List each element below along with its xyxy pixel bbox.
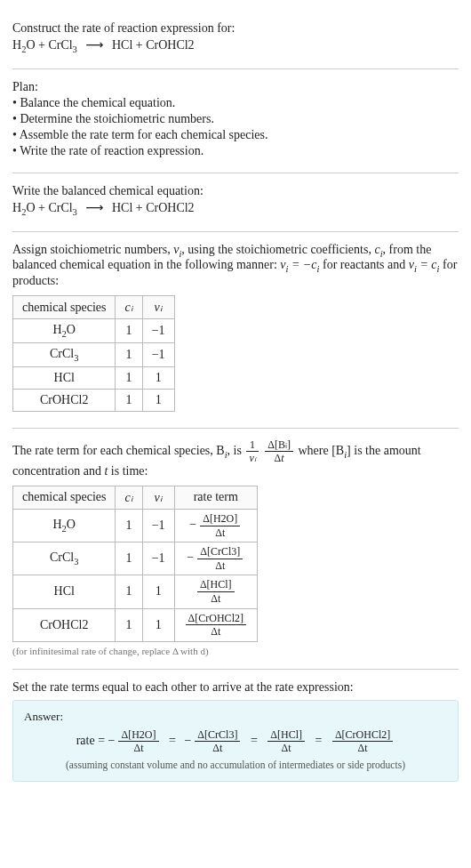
txt: , using the stoichiometric coefficients,: [181, 243, 374, 256]
cell-ci: 1: [116, 389, 142, 411]
minus-sign: −: [108, 734, 116, 747]
numerator: Δ[CrOHCl2]: [186, 613, 246, 626]
cell-nui: −1: [142, 509, 174, 542]
cell-ci: 1: [116, 608, 142, 641]
denominator: Δt: [200, 526, 240, 539]
table-row: CrCl3 1 −1 −Δ[CrCl3]Δt: [13, 542, 258, 575]
numerator: Δ[H2O]: [118, 729, 158, 743]
denominator: Δt: [332, 742, 393, 754]
denominator: Δt: [186, 625, 246, 638]
txt: , is: [228, 444, 245, 457]
equals: =: [169, 734, 179, 747]
col-species: chemical species: [13, 486, 116, 509]
cell-species: HCl: [13, 366, 116, 389]
cell-rateterm: −Δ[CrCl3]Δt: [174, 542, 257, 575]
txt: where [B: [298, 444, 344, 457]
cell-species: HCl: [13, 575, 116, 608]
cell-species: CrOHCl2: [13, 389, 116, 411]
table-header-row: chemical species cᵢ νᵢ rate term: [13, 486, 258, 509]
infinitesimal-note: (for infinitesimal rate of change, repla…: [12, 646, 459, 656]
balanced-equation: H2O + CrCl3 ⟶ HCl + CrOHCl2: [12, 200, 459, 217]
stoich-paragraph: Assign stoichiometric numbers, νi, using…: [12, 243, 459, 289]
numerator: Δ[CrCl3]: [195, 729, 240, 743]
sub: 2: [62, 524, 67, 534]
plan-heading: Plan:: [12, 80, 459, 94]
answer-equation: rate = −Δ[H2O]Δt = −Δ[CrCl3]Δt = Δ[HCl]Δ…: [24, 729, 447, 754]
plan-section: Plan: • Balance the chemical equation. •…: [12, 69, 459, 173]
cell-ci: 1: [116, 509, 142, 542]
cell-rateterm: Δ[CrOHCl2]Δt: [174, 608, 257, 641]
txt: The rate term for each chemical species,…: [12, 444, 225, 457]
cell-rateterm: Δ[HCl]Δt: [174, 575, 257, 608]
table-header-row: chemical species cᵢ νᵢ: [13, 296, 175, 319]
reactant-h2o: H2O + CrCl3: [12, 38, 77, 52]
cell-rateterm: −Δ[H2O]Δt: [174, 509, 257, 542]
cell-species: H2O: [13, 509, 116, 542]
txt: for reactants and: [319, 258, 408, 271]
products: HCl + CrOHCl2: [112, 201, 195, 214]
cell-species: H2O: [13, 319, 116, 343]
cell-species: CrCl3: [13, 342, 116, 366]
cell-nui: −1: [142, 542, 174, 575]
table-row: H2O 1 −1 −Δ[H2O]Δt: [13, 509, 258, 542]
balanced-section: Write the balanced chemical equation: H2…: [12, 173, 459, 231]
cell-ci: 1: [116, 366, 142, 389]
cell-species: CrCl3: [13, 542, 116, 575]
table-row: CrOHCl2 1 1: [13, 389, 175, 411]
cell-nui: 1: [142, 389, 174, 411]
rateterm-section: The rate term for each chemical species,…: [12, 429, 459, 669]
sub: 3: [73, 44, 77, 54]
denominator: Δt: [195, 742, 240, 754]
numerator: Δ[H2O]: [200, 513, 240, 526]
minus-sign: −: [187, 551, 194, 564]
denominator: Δt: [197, 592, 235, 605]
nu-i: νi: [173, 243, 181, 256]
plan-item: • Determine the stoichiometric numbers.: [12, 112, 459, 126]
cell-ci: 1: [116, 342, 142, 366]
cell-species: CrOHCl2: [13, 608, 116, 641]
txt: cᵢ: [124, 491, 132, 504]
reactants: H2O + CrCl3: [12, 201, 77, 214]
numerator: Δ[CrCl3]: [197, 546, 243, 559]
sub: 2: [62, 329, 67, 339]
sub: 3: [74, 353, 78, 363]
table-row: CrOHCl2 1 1 Δ[CrOHCl2]Δt: [13, 608, 258, 641]
txt: νᵢ: [155, 491, 163, 504]
txt: Balance the chemical equation.: [20, 96, 175, 109]
txt: H: [12, 201, 21, 214]
rateterm-table: chemical species cᵢ νᵢ rate term H2O 1 −…: [12, 486, 258, 642]
final-lead: Set the rate terms equal to each other t…: [12, 680, 459, 695]
intro-section: Construct the rate of reaction expressio…: [12, 11, 459, 68]
txt: t: [281, 452, 283, 464]
fraction: 1 νᵢ: [246, 439, 258, 464]
sub: 3: [73, 207, 77, 217]
fraction: Δ[CrOHCl2]Δt: [332, 729, 393, 754]
eq-products: νi = ci: [409, 258, 440, 271]
fraction: Δ[HCl]Δt: [197, 579, 235, 604]
answer-box: Answer: rate = −Δ[H2O]Δt = −Δ[CrCl3]Δt =…: [12, 700, 459, 782]
cell-ci: 1: [116, 319, 142, 343]
answer-label: Answer:: [24, 710, 447, 724]
table-row: HCl 1 1: [13, 366, 175, 389]
denominator: νᵢ: [246, 452, 258, 464]
numerator: 1: [246, 439, 258, 453]
cell-nui: −1: [142, 319, 174, 343]
table-row: CrCl3 1 −1: [13, 342, 175, 366]
plan-item: • Assemble the rate term for each chemic…: [12, 128, 459, 142]
txt: Assemble the rate term for each chemical…: [20, 128, 268, 141]
fraction: Δ[H2O]Δt: [200, 513, 240, 538]
txt: Write the rate of reaction expression.: [20, 144, 204, 157]
numerator: Δ[Bᵢ]: [265, 439, 293, 453]
col-ci: cᵢ: [116, 296, 142, 319]
txt: Determine the stoichiometric numbers.: [20, 112, 214, 125]
numerator: Δ[CrOHCl2]: [332, 729, 393, 743]
final-section: Set the rate terms equal to each other t…: [12, 670, 459, 782]
denominator: Δt: [265, 452, 293, 464]
col-species: chemical species: [13, 296, 116, 319]
balanced-lead: Write the balanced chemical equation:: [12, 184, 459, 198]
equals: =: [315, 734, 325, 747]
fraction: Δ[Bᵢ] Δt: [265, 439, 293, 464]
fraction: Δ[CrCl3]Δt: [195, 729, 240, 754]
rateterm-paragraph: The rate term for each chemical species,…: [12, 439, 459, 478]
txt: O + CrCl: [26, 38, 72, 52]
